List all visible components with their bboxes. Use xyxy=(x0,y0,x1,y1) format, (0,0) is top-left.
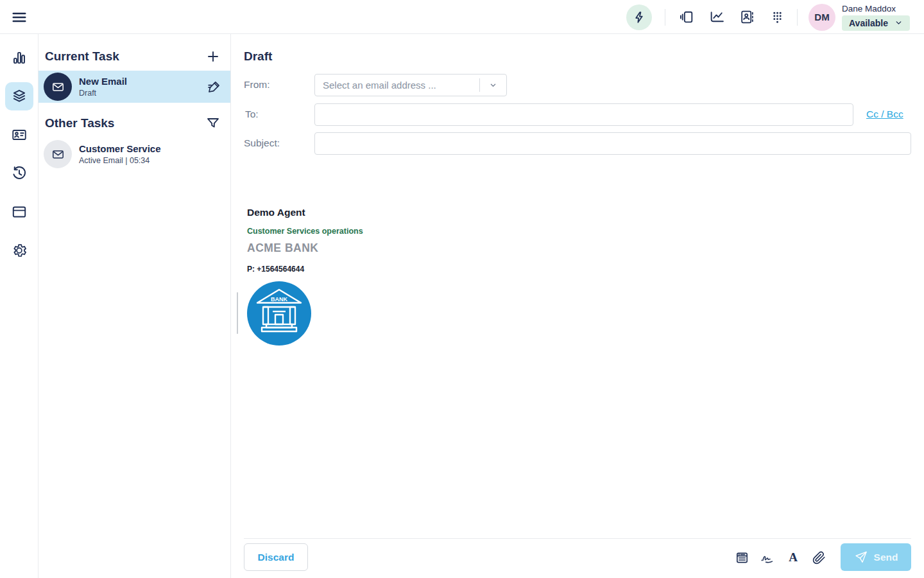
task-item-new-email[interactable]: New Email Draft xyxy=(38,71,230,103)
signature-role: Customer Services operations xyxy=(247,227,363,236)
font-button[interactable]: A xyxy=(785,550,801,565)
envelope-icon xyxy=(51,148,65,161)
task-title: New Email xyxy=(79,76,127,87)
body-scrollbar[interactable] xyxy=(237,292,238,334)
signature-name: Demo Agent xyxy=(247,207,305,218)
paperclip-icon xyxy=(812,550,826,565)
to-label: To: xyxy=(245,109,259,120)
cc-bcc-link[interactable]: Cc / Bcc xyxy=(866,109,903,120)
envelope-icon xyxy=(51,80,65,94)
layers-icon xyxy=(11,88,28,105)
to-input[interactable] xyxy=(314,103,853,126)
user-name: Dane Maddox xyxy=(842,4,896,13)
compose-title: Draft xyxy=(244,49,272,64)
chevron-down-icon xyxy=(488,80,498,90)
bank-logo: BANK xyxy=(247,281,311,346)
task-subtitle: Active Email | 05:34 xyxy=(79,156,161,165)
select-caret[interactable] xyxy=(479,78,506,92)
panels-button[interactable] xyxy=(678,9,695,26)
chevron-down-icon xyxy=(894,19,903,27)
compose-toolbar: A xyxy=(734,550,826,565)
hamburger-menu-button[interactable] xyxy=(10,8,28,26)
quick-actions-button[interactable] xyxy=(626,4,652,30)
user-avatar[interactable]: DM xyxy=(809,4,835,31)
from-address-select[interactable]: Select an email address ... xyxy=(314,74,507,96)
template-icon xyxy=(735,550,749,565)
sidebar-item-settings[interactable] xyxy=(5,236,33,265)
status-label: Available xyxy=(849,18,888,28)
signature-button[interactable] xyxy=(760,550,775,565)
lightning-icon xyxy=(632,10,646,24)
compose-pen-button[interactable] xyxy=(207,79,222,94)
gear-icon xyxy=(11,242,28,259)
sidebar-item-dashboard[interactable] xyxy=(5,44,33,72)
email-compose-area: Draft From: Select an email address ... … xyxy=(231,34,924,578)
filter-tasks-button[interactable] xyxy=(205,115,221,132)
task-title: Customer Service xyxy=(79,143,161,154)
filter-funnel-icon xyxy=(205,116,221,131)
from-label: From: xyxy=(244,79,270,91)
left-navigation-rail xyxy=(0,34,38,578)
signature-icon xyxy=(760,550,775,565)
agent-workspace: DM Dane Maddox Available xyxy=(0,0,924,578)
task-avatar xyxy=(44,140,72,168)
sidebar-item-browser[interactable] xyxy=(5,198,33,226)
contact-book-icon xyxy=(739,9,755,25)
signature-company: ACME BANK xyxy=(247,241,318,255)
send-button[interactable]: Send xyxy=(841,543,911,571)
line-chart-icon xyxy=(709,9,725,25)
from-placeholder: Select an email address ... xyxy=(315,80,479,91)
dialpad-button[interactable] xyxy=(769,9,785,26)
subject-input[interactable] xyxy=(314,132,911,155)
task-item-customer-service[interactable]: Customer Service Active Email | 05:34 xyxy=(38,138,230,170)
contact-card-icon xyxy=(11,127,28,143)
topbar-divider xyxy=(797,9,798,26)
top-bar: DM Dane Maddox Available xyxy=(0,0,924,34)
topbar-divider xyxy=(665,9,665,26)
history-icon xyxy=(11,165,28,182)
status-dropdown[interactable]: Available xyxy=(842,15,910,31)
hamburger-icon xyxy=(11,9,28,26)
task-panel: Current Task New Email Draft xyxy=(38,34,231,578)
analytics-button[interactable] xyxy=(708,9,725,26)
window-icon xyxy=(11,204,28,220)
footer-divider xyxy=(244,538,911,539)
send-label: Send xyxy=(874,552,898,563)
discard-button[interactable]: Discard xyxy=(244,543,308,571)
task-avatar xyxy=(44,73,72,101)
attachment-button[interactable] xyxy=(811,550,826,565)
other-tasks-header: Other Tasks xyxy=(45,116,114,130)
dialpad-icon xyxy=(769,9,785,25)
current-task-header: Current Task xyxy=(45,49,119,64)
svg-text:A: A xyxy=(789,550,798,564)
plus-icon xyxy=(205,49,221,64)
bar-chart-icon xyxy=(11,49,28,66)
paper-plane-icon xyxy=(854,550,868,564)
contact-book-button[interactable] xyxy=(739,9,755,26)
bank-logo-text: BANK xyxy=(271,296,287,302)
compose-pen-icon xyxy=(207,79,222,94)
add-task-button[interactable] xyxy=(205,48,221,65)
font-icon: A xyxy=(785,550,801,565)
template-button[interactable] xyxy=(734,550,749,565)
avatar-initials: DM xyxy=(814,12,829,22)
sidebar-item-history[interactable] xyxy=(5,159,33,188)
sidebar-item-tasks[interactable] xyxy=(5,82,33,110)
subject-label: Subject: xyxy=(244,137,280,149)
task-subtitle: Draft xyxy=(79,89,127,98)
sidebar-item-contacts[interactable] xyxy=(5,121,33,149)
signature-phone: P: +1564564644 xyxy=(247,265,304,274)
panels-icon xyxy=(679,9,695,25)
